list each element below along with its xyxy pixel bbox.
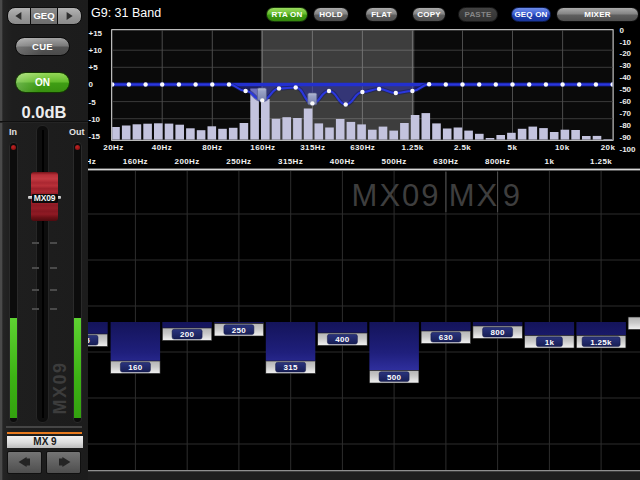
svg-text:630Hz: 630Hz	[350, 143, 375, 152]
svg-text:400Hz: 400Hz	[330, 157, 355, 166]
svg-text:80Hz: 80Hz	[202, 143, 222, 152]
svg-text:1.25k: 1.25k	[590, 157, 612, 166]
svg-text:160Hz: 160Hz	[250, 143, 275, 152]
svg-text:MX09: MX09	[352, 178, 441, 213]
svg-text:1.25k: 1.25k	[590, 338, 612, 347]
svg-text:0: 0	[89, 80, 94, 89]
svg-text:315: 315	[283, 363, 297, 372]
svg-text:250Hz: 250Hz	[226, 157, 251, 166]
svg-text:-100: -100	[620, 145, 637, 154]
svg-text:+10: +10	[89, 46, 103, 55]
svg-text:20Hz: 20Hz	[103, 143, 123, 152]
svg-text:9: 9	[503, 178, 522, 213]
svg-text:-10: -10	[620, 38, 632, 47]
svg-text:200: 200	[180, 330, 194, 339]
svg-text:-90: -90	[620, 133, 632, 142]
svg-text:-60: -60	[620, 97, 632, 106]
svg-text:315Hz: 315Hz	[278, 157, 303, 166]
svg-text:315Hz: 315Hz	[300, 143, 325, 152]
svg-text:-10: -10	[89, 115, 101, 124]
svg-text:MX: MX	[449, 178, 500, 213]
svg-text:1.25k: 1.25k	[402, 143, 424, 152]
svg-text:1k: 1k	[545, 157, 555, 166]
svg-text:-50: -50	[620, 85, 632, 94]
svg-text:-70: -70	[620, 109, 632, 118]
svg-text:0: 0	[620, 26, 625, 35]
svg-text:-20: -20	[620, 49, 632, 58]
svg-text:125Hz: 125Hz	[88, 157, 96, 166]
svg-text:160Hz: 160Hz	[123, 157, 148, 166]
svg-text:400: 400	[335, 335, 349, 344]
svg-text:20k: 20k	[601, 143, 616, 152]
svg-text:500Hz: 500Hz	[382, 157, 407, 166]
svg-text:800: 800	[490, 328, 504, 337]
svg-text:-5: -5	[89, 98, 97, 107]
svg-text:+5: +5	[89, 63, 99, 72]
svg-text:+15: +15	[89, 29, 103, 38]
svg-text:500: 500	[387, 373, 401, 382]
svg-text:200Hz: 200Hz	[175, 157, 200, 166]
svg-text:-30: -30	[620, 61, 632, 70]
svg-text:-80: -80	[620, 121, 632, 130]
svg-text:-15: -15	[89, 132, 101, 141]
svg-text:160: 160	[128, 363, 142, 372]
svg-text:40Hz: 40Hz	[152, 143, 172, 152]
svg-text:630: 630	[439, 333, 453, 342]
svg-text:-40: -40	[620, 73, 632, 82]
svg-text:2.5k: 2.5k	[454, 143, 471, 152]
svg-text:630Hz: 630Hz	[433, 157, 458, 166]
svg-text:10k: 10k	[555, 143, 570, 152]
svg-text:800Hz: 800Hz	[485, 157, 510, 166]
svg-text:125: 125	[88, 336, 90, 345]
svg-text:250: 250	[232, 326, 246, 335]
svg-text:5k: 5k	[508, 143, 518, 152]
svg-text:1k: 1k	[545, 338, 555, 347]
